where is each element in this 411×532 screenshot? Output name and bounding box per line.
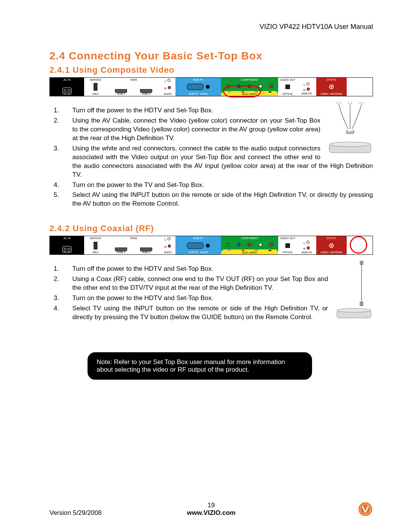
- label-audio: AUDIO: [162, 93, 174, 96]
- label-service: SERVICE: [86, 237, 105, 240]
- jack-icon: [226, 243, 230, 246]
- settop-box-coax-illustration: [335, 261, 373, 322]
- service-port-icon: [94, 242, 97, 249]
- jack-icon: [306, 82, 309, 85]
- label-hdmi: HDMI: [108, 78, 159, 81]
- label-cable-antenna: CABLE / ANTENNA: [318, 93, 345, 96]
- coax-port-icon: [329, 243, 334, 248]
- label-dtv-tv: DTV/TV: [318, 78, 345, 81]
- label-ac-in: AC IN: [51, 237, 83, 240]
- ac-socket-icon: [62, 246, 72, 253]
- label-av-svideo: AV/S-VIDEO: [221, 93, 278, 96]
- rear-port-panel-rf: AC IN SERVICEONLY HDMI HDMI 1HDMI 2 L R …: [49, 236, 373, 255]
- jack-icon: [248, 243, 251, 246]
- label-only: ONLY: [86, 93, 105, 96]
- hdmi1-port-icon: [115, 89, 127, 93]
- hdmi2-port-icon: [140, 89, 152, 93]
- label-rgb-pc-bot: RGB PC: [189, 251, 198, 254]
- label-rgb-audio: AUDIO: [200, 251, 208, 254]
- jack-icon: [259, 243, 262, 246]
- jack-icon: [307, 246, 310, 249]
- label-hdmi2: HDMI 2: [140, 93, 152, 96]
- highlight-circle-icon: [350, 236, 367, 254]
- label-L: L: [304, 241, 305, 245]
- footer-url: www.VIZIO.com: [187, 509, 236, 516]
- label-av-svideo: AV/S-VIDEO: [221, 251, 278, 254]
- section-heading: 2.4 Connecting Your Basic Set-Top Box: [49, 50, 373, 62]
- label-optical: OPTICAL: [280, 93, 296, 96]
- step-item: Select AV using the INPUT button on the …: [61, 191, 373, 208]
- settop-box-composite-illustration: [327, 102, 373, 156]
- audio-mini-jack-icon: [206, 244, 210, 248]
- label-R: R: [303, 247, 306, 251]
- coax-port-icon: [329, 85, 334, 89]
- label-R: R: [303, 88, 306, 92]
- footer-page-number: 19: [208, 502, 215, 509]
- jack-icon: [167, 237, 170, 240]
- svg-point-6: [337, 308, 371, 312]
- label-dtv-tv: DTV/TV: [318, 237, 345, 240]
- step-item: Turn off the power to the HDTV and Set-T…: [61, 265, 373, 273]
- subsection-2-4-2-heading: 2.4.2 Using Coaxial (RF): [49, 224, 373, 233]
- label-rgb-pc: RGB PC: [177, 237, 220, 240]
- label-audio-out: AUDIO OUT: [280, 78, 296, 81]
- svg-rect-3: [360, 261, 363, 265]
- label-R: R: [164, 87, 167, 90]
- label-L: L: [304, 83, 305, 86]
- jack-icon: [259, 85, 262, 88]
- step-item: Using the AV Cable, connect the Video (y…: [61, 117, 373, 143]
- jack-icon: [237, 243, 241, 246]
- label-cable-antenna: CABLE / ANTENNA: [318, 251, 345, 254]
- jack-icon: [269, 243, 273, 246]
- jack-icon: [237, 85, 241, 88]
- svg-point-1: [329, 142, 371, 147]
- optical-port-icon: [285, 85, 290, 89]
- label-component: COMPONENT: [223, 78, 277, 81]
- label-ac-in: AC IN: [51, 78, 83, 81]
- svg-rect-4: [360, 302, 363, 306]
- jack-icon: [168, 86, 171, 89]
- label-optical: OPTICAL: [280, 251, 296, 254]
- steps-list-composite: Turn off the power to the HDTV and Set-T…: [61, 106, 373, 208]
- step-item: Turn on the power to the HDTV and Set-To…: [61, 294, 373, 303]
- label-analog: ANALOG: [299, 93, 315, 95]
- label-component: COMPONENT: [223, 237, 277, 240]
- label-hdmi: HDMI: [108, 237, 159, 240]
- step-item: Using the white and red connectors, conn…: [61, 144, 373, 179]
- label-hdmi2: HDMI 2: [140, 251, 152, 254]
- ac-socket-icon: [62, 88, 72, 94]
- label-audio: AUDIO: [162, 251, 174, 254]
- label-rgb-pc-bot: RGB PC: [189, 93, 198, 95]
- label-L: L: [165, 80, 166, 83]
- page-header-product: VIZIO VP422 HDTV10A User Manual: [49, 23, 373, 31]
- label-service: SERVICE: [86, 78, 105, 81]
- steps-list-coax: Turn off the power to the HDTV and Set-T…: [61, 265, 373, 322]
- step-item: Turn on the power to the TV and Set-Top …: [61, 181, 373, 190]
- label-hdmi1: HDMI 1: [115, 93, 127, 96]
- step-item: Turn off the power to the HDTV and Set-T…: [61, 106, 373, 115]
- label-L: L: [165, 238, 166, 241]
- jack-icon: [168, 244, 171, 248]
- jack-icon: [167, 79, 170, 82]
- vga-port-icon: [187, 84, 204, 90]
- jack-icon: [248, 85, 251, 88]
- jack-icon: [307, 88, 310, 91]
- label-R: R: [164, 245, 167, 249]
- page-footer: Version 5/29/2008 19 www.VIZIO.com: [49, 502, 373, 517]
- label-rgb-audio: AUDIO: [200, 93, 208, 95]
- jack-icon: [226, 85, 230, 88]
- jack-icon: [306, 241, 309, 244]
- optical-port-icon: [285, 243, 290, 248]
- subsection-2-4-1-heading: 2.4.1 Using Composite Video: [49, 65, 373, 75]
- step-item: Using a Coax (RF) cable, connect one end…: [61, 275, 373, 292]
- service-port-icon: [94, 83, 97, 91]
- label-analog: ANALOG: [299, 251, 315, 254]
- rear-port-panel-av: AC IN SERVICEONLY HDMI HDMI 1HDMI 2 L R …: [49, 77, 373, 96]
- jack-icon: [269, 85, 273, 88]
- label-hdmi1: HDMI 1: [115, 251, 127, 254]
- note-box: Note: Refer to your Set Top Box user man…: [88, 352, 312, 380]
- step-item: Select TV using the INPUT button on the …: [61, 304, 373, 322]
- audio-mini-jack-icon: [206, 85, 210, 89]
- label-rgb-pc: RGB PC: [177, 78, 220, 81]
- label-audio-out: AUDIO OUT: [280, 237, 296, 240]
